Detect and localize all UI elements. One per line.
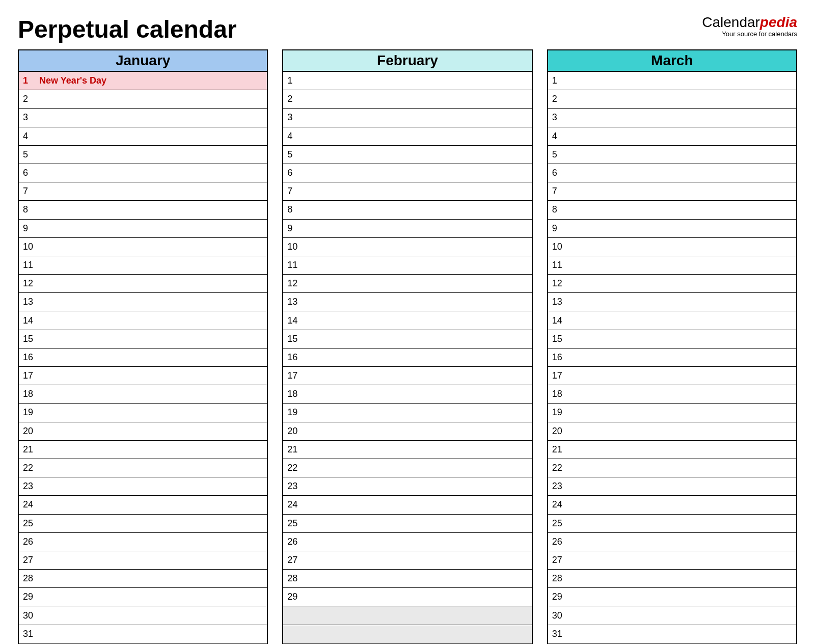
day-row: 27 [283, 551, 531, 570]
day-number: 8 [552, 204, 566, 215]
day-row: 7 [283, 182, 531, 201]
day-number: 4 [23, 131, 37, 142]
day-row: 8 [548, 201, 796, 219]
day-row: 23 [283, 477, 531, 496]
day-row: 3 [548, 109, 796, 127]
day-row: 29 [548, 588, 796, 606]
day-row: 12 [548, 275, 796, 293]
header: Perpetual calendar Calendarpedia Your so… [18, 15, 797, 43]
day-number: 15 [287, 334, 302, 344]
day-number: 19 [23, 407, 37, 418]
day-row: 3 [19, 109, 267, 127]
day-row: 11 [283, 256, 531, 275]
day-row: 25 [548, 515, 796, 533]
day-row: 2 [548, 90, 796, 109]
day-number: 27 [287, 555, 302, 566]
day-number: 26 [287, 536, 302, 547]
day-row: 4 [283, 127, 531, 146]
day-number: 3 [23, 112, 37, 123]
day-row: 10 [548, 238, 796, 256]
day-number: 11 [23, 260, 37, 271]
day-row: 28 [283, 570, 531, 588]
day-row: 28 [19, 570, 267, 588]
day-number: 20 [552, 426, 566, 437]
day-number: 28 [23, 573, 37, 584]
day-row: 20 [19, 422, 267, 441]
day-row: 31 [19, 625, 267, 643]
day-number: 7 [552, 186, 566, 197]
day-number: 10 [287, 242, 302, 252]
day-row: 26 [283, 533, 531, 551]
day-number: 27 [23, 555, 37, 566]
day-row: 8 [283, 201, 531, 219]
day-number: 7 [287, 186, 302, 197]
day-row: 18 [548, 385, 796, 404]
day-row: 13 [283, 293, 531, 311]
day-row: 17 [19, 367, 267, 385]
day-row: 27 [548, 551, 796, 570]
day-row [283, 625, 531, 643]
day-number: 22 [23, 463, 37, 473]
day-number: 14 [287, 315, 302, 326]
day-row: 10 [19, 238, 267, 256]
day-number: 6 [23, 168, 37, 178]
day-number: 12 [287, 278, 302, 289]
day-number: 14 [23, 315, 37, 326]
day-number: 6 [287, 168, 302, 178]
day-row: 14 [19, 311, 267, 330]
day-row: 23 [548, 477, 796, 496]
day-row: 9 [548, 220, 796, 238]
day-number: 4 [287, 131, 302, 142]
day-row: 15 [19, 330, 267, 348]
day-row: 21 [548, 441, 796, 459]
day-number: 11 [552, 260, 566, 271]
day-row: 22 [283, 459, 531, 477]
day-number: 16 [552, 352, 566, 363]
month-march: March12345678910111213141516171819202122… [547, 49, 797, 644]
day-row: 21 [19, 441, 267, 459]
day-row: 22 [19, 459, 267, 477]
day-number: 26 [552, 536, 566, 547]
day-number: 13 [552, 297, 566, 307]
day-row: 7 [19, 182, 267, 201]
day-number: 23 [23, 481, 37, 492]
day-number: 25 [23, 518, 37, 529]
day-row: 13 [19, 293, 267, 311]
day-number: 19 [552, 407, 566, 418]
day-number: 2 [23, 94, 37, 104]
day-number: 28 [552, 573, 566, 584]
day-row: 30 [548, 606, 796, 625]
day-row: 24 [283, 496, 531, 514]
day-row: 11 [19, 256, 267, 275]
day-row: 24 [548, 496, 796, 514]
day-number: 13 [23, 297, 37, 307]
day-row: 17 [548, 367, 796, 385]
day-row: 12 [19, 275, 267, 293]
day-number: 9 [552, 223, 566, 234]
day-number: 20 [23, 426, 37, 437]
day-number: 1 [552, 75, 566, 86]
page-title: Perpetual calendar [18, 15, 237, 43]
day-row: 30 [19, 606, 267, 625]
day-number: 7 [23, 186, 37, 197]
day-row: 24 [19, 496, 267, 514]
day-number: 3 [287, 112, 302, 123]
day-row: 10 [283, 238, 531, 256]
day-row: 18 [19, 385, 267, 404]
day-number: 1 [287, 75, 302, 86]
day-number: 30 [552, 610, 566, 621]
day-row: 23 [19, 477, 267, 496]
day-number: 24 [287, 499, 302, 510]
day-row: 16 [548, 348, 796, 367]
day-row: 29 [283, 588, 531, 606]
day-row: 26 [19, 533, 267, 551]
day-number: 17 [23, 370, 37, 381]
day-row: 21 [283, 441, 531, 459]
day-number: 29 [552, 592, 566, 602]
day-row: 12 [283, 275, 531, 293]
day-row: 9 [283, 220, 531, 238]
day-row: 15 [548, 330, 796, 348]
day-number: 10 [552, 242, 566, 252]
day-number: 23 [552, 481, 566, 492]
day-number: 15 [23, 334, 37, 344]
